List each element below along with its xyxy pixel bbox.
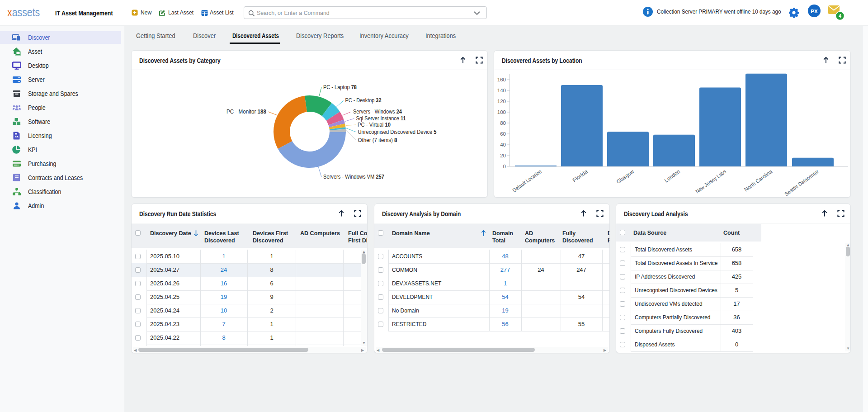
svg-text:60: 60 bbox=[500, 131, 506, 137]
svg-text:PC - Desktop 32: PC - Desktop 32 bbox=[345, 97, 382, 104]
svg-text:4: 4 bbox=[839, 14, 841, 19]
svg-text:Default Location: Default Location bbox=[511, 168, 543, 194]
svg-text:North Carolina: North Carolina bbox=[743, 168, 774, 193]
svg-text:Servers - Windows 24: Servers - Windows 24 bbox=[353, 108, 402, 115]
svg-text:0: 0 bbox=[503, 164, 506, 169]
svg-text:New Jersey Labs: New Jersey Labs bbox=[694, 168, 727, 194]
svg-text:PC - Monitor 188: PC - Monitor 188 bbox=[226, 108, 266, 115]
svg-text:120: 120 bbox=[497, 99, 506, 104]
svg-text:London: London bbox=[663, 168, 681, 184]
svg-text:Servers - Windows VM 257: Servers - Windows VM 257 bbox=[323, 173, 384, 180]
svg-text:160: 160 bbox=[497, 77, 506, 82]
svg-text:20: 20 bbox=[500, 153, 506, 158]
svg-text:PX: PX bbox=[811, 9, 818, 14]
svg-text:80: 80 bbox=[500, 120, 506, 126]
svg-text:PC - Laptop 78: PC - Laptop 78 bbox=[323, 84, 357, 90]
svg-text:Seattle Datacenter: Seattle Datacenter bbox=[783, 168, 820, 197]
svg-text:140: 140 bbox=[497, 88, 506, 93]
svg-text:40: 40 bbox=[500, 142, 506, 147]
svg-text:PC - Virtual 10: PC - Virtual 10 bbox=[358, 121, 391, 128]
svg-text:Florida: Florida bbox=[571, 168, 589, 184]
svg-text:Sql Server Instance 11: Sql Server Instance 11 bbox=[356, 115, 406, 122]
svg-text:Glasgow: Glasgow bbox=[615, 168, 635, 185]
svg-text:100: 100 bbox=[497, 109, 506, 115]
svg-text:Unrecognised Discovered Device: Unrecognised Discovered Device 5 bbox=[358, 128, 437, 135]
svg-text:Other (7 items) 8: Other (7 items) 8 bbox=[358, 137, 397, 143]
